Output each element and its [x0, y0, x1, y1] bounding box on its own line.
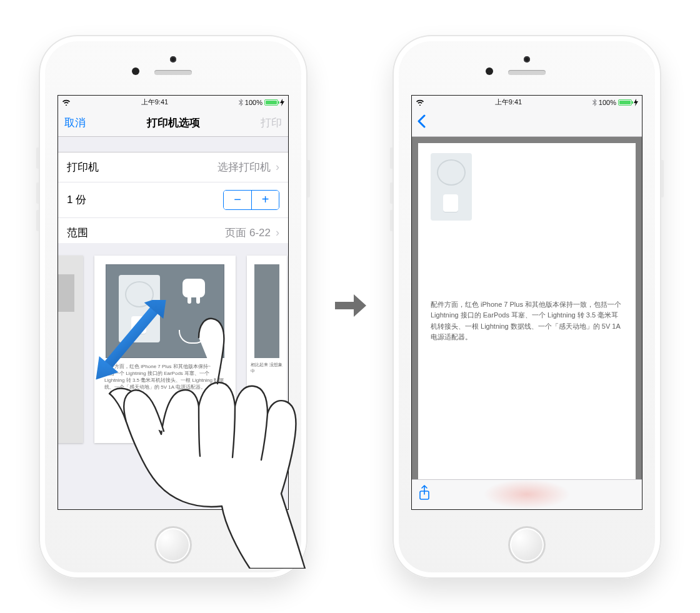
- row-printer-label: 打印机: [67, 160, 99, 174]
- preview-next-snippet: 相比起来 没想象中: [247, 362, 287, 374]
- battery-percent: 100%: [599, 99, 616, 106]
- page-preview-carousel[interactable]: 配件方面，红色 iPhone 7 Plus 和其他版本保持一致，包括一个 Lig…: [58, 243, 288, 509]
- document-caption: 配件方面，红色 iPhone 7 Plus 和其他版本保持一致，包括一个 Lig…: [431, 299, 623, 343]
- home-button[interactable]: [508, 526, 546, 564]
- share-button[interactable]: [418, 485, 431, 504]
- page-indicator: 6 页: [58, 476, 288, 489]
- speaker-grille-icon: [508, 70, 546, 75]
- charging-bolt-icon: [280, 99, 284, 106]
- battery-icon: [618, 99, 632, 106]
- settings-group: 打印机 选择打印机 › 1 份 − + 范围 页面 6-2: [58, 152, 288, 248]
- document-viewer[interactable]: 配件方面，红色 iPhone 7 Plus 和其他版本保持一致，包括一个 Lig…: [412, 137, 642, 479]
- row-copies: 1 份 − +: [58, 182, 288, 217]
- nav-bar: [412, 109, 642, 137]
- row-copies-label: 1 份: [67, 192, 86, 207]
- preview-caption: 配件方面，红色 iPhone 7 Plus 和其他版本保持一致，包括一个 Lig…: [94, 363, 236, 391]
- status-bar: 上午9:41 100%: [58, 96, 288, 109]
- stepper-plus-button[interactable]: +: [251, 191, 279, 209]
- row-printer[interactable]: 打印机 选择打印机 ›: [58, 152, 288, 182]
- stepper-minus-button[interactable]: −: [224, 191, 251, 209]
- battery-icon: [264, 99, 278, 106]
- preview-photo: [106, 264, 224, 358]
- preview-page-current[interactable]: 配件方面，红色 iPhone 7 Plus 和其他版本保持一致，包括一个 Lig…: [94, 256, 236, 443]
- home-button[interactable]: [154, 526, 192, 564]
- document-page[interactable]: 配件方面，红色 iPhone 7 Plus 和其他版本保持一致，包括一个 Lig…: [418, 143, 636, 479]
- preview-page-prev[interactable]: [58, 256, 83, 443]
- charging-bolt-icon: [634, 99, 638, 106]
- document-photo: [433, 154, 621, 292]
- screen-print-options: 上午9:41 100% 取消 打印机选项 打印: [58, 95, 289, 510]
- back-button[interactable]: [417, 114, 426, 131]
- nav-bar: 取消 打印机选项 打印: [58, 109, 288, 137]
- status-time: 上午9:41: [141, 97, 168, 107]
- toolbar-glow: [483, 479, 571, 509]
- row-range-value: 页面 6-22: [225, 226, 271, 240]
- nav-title: 打印机选项: [147, 116, 200, 130]
- proximity-sensor-icon: [132, 67, 139, 75]
- phone-right: 上午9:41 100%: [392, 35, 661, 579]
- preview-page-next[interactable]: 相比起来 没想象中: [247, 256, 287, 443]
- screen-quicklook: 上午9:41 100%: [411, 95, 642, 510]
- chevron-right-icon: ›: [276, 227, 279, 238]
- toolbar: [412, 479, 642, 509]
- wifi-icon: [62, 99, 71, 106]
- speaker-grille-icon: [154, 70, 192, 75]
- status-time: 上午9:41: [495, 97, 522, 107]
- bluetooth-icon: [239, 99, 243, 106]
- sensor-camera-icon: [524, 56, 530, 62]
- row-printer-value: 选择打印机: [218, 160, 271, 174]
- status-bar: 上午9:41 100%: [412, 96, 642, 109]
- chevron-right-icon: ›: [276, 161, 279, 172]
- battery-percent: 100%: [245, 99, 262, 106]
- bluetooth-icon: [592, 99, 597, 106]
- sensor-camera-icon: [170, 56, 176, 62]
- row-range-label: 范围: [67, 226, 88, 240]
- print-button[interactable]: 打印: [261, 116, 282, 130]
- phone-left: 上午9:41 100% 取消 打印机选项 打印: [39, 35, 308, 579]
- proximity-sensor-icon: [486, 67, 493, 75]
- wifi-icon: [416, 99, 424, 106]
- transition-arrow-icon: [332, 287, 368, 327]
- copies-stepper: − +: [223, 190, 279, 210]
- cancel-button[interactable]: 取消: [64, 116, 86, 130]
